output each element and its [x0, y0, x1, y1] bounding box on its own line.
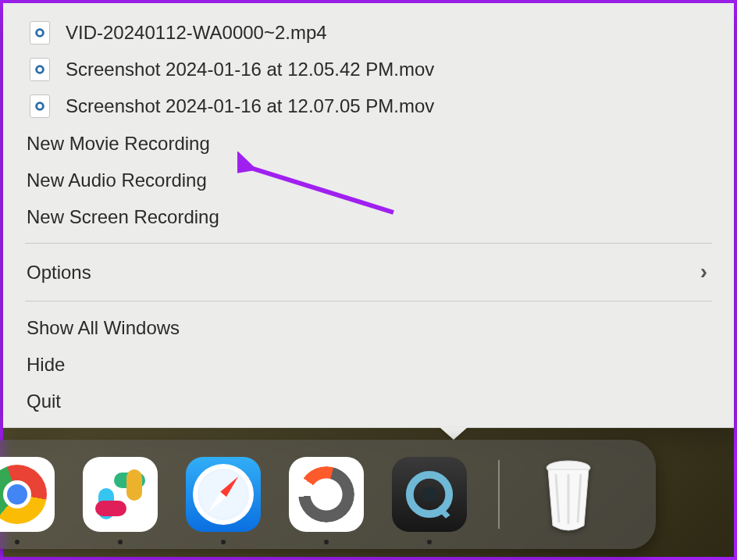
quit-item[interactable]: Quit — [3, 383, 734, 419]
options-submenu-item[interactable]: Options › — [3, 251, 734, 292]
running-indicator — [118, 540, 123, 544]
quicktime-file-icon — [30, 95, 50, 118]
dock-app-loader[interactable] — [289, 457, 364, 532]
safari-icon — [193, 464, 254, 525]
svg-point-3 — [37, 67, 42, 72]
running-indicator — [324, 540, 329, 544]
running-indicator — [427, 540, 432, 544]
slack-icon — [94, 468, 147, 521]
svg-point-1 — [37, 30, 42, 35]
menu-item-label: New Screen Recording — [27, 205, 219, 229]
file-name-label: Screenshot 2024-01-16 at 12.05.42 PM.mov — [66, 57, 434, 81]
show-all-windows-item[interactable]: Show All Windows — [3, 309, 734, 346]
dock-app-slack[interactable] — [83, 457, 158, 532]
file-name-label: Screenshot 2024-01-16 at 12.07.05 PM.mov — [66, 94, 434, 118]
dock-app-safari[interactable] — [186, 457, 261, 532]
menu-item-label: Show All Windows — [27, 316, 180, 340]
dock-app-quicktime[interactable] — [392, 457, 467, 532]
dock-context-menu: VID-20240112-WA0000~2.mp4 Screenshot 202… — [3, 3, 734, 428]
new-audio-recording-item[interactable]: New Audio Recording — [3, 162, 734, 198]
file-name-label: VID-20240112-WA0000~2.mp4 — [66, 20, 327, 45]
chevron-right-icon: › — [700, 258, 710, 286]
running-indicator — [221, 540, 226, 544]
menu-item-label: Options — [27, 260, 91, 284]
menu-separator — [25, 301, 712, 301]
menu-separator — [25, 243, 712, 244]
menu-item-label: New Audio Recording — [27, 168, 207, 192]
quicktime-file-icon — [30, 58, 50, 81]
svg-point-8 — [422, 487, 437, 502]
trash-icon — [537, 457, 600, 532]
new-movie-recording-item[interactable]: New Movie Recording — [3, 125, 734, 162]
chrome-icon — [0, 465, 47, 524]
quicktime-file-icon — [30, 21, 50, 45]
recent-file-item[interactable]: Screenshot 2024-01-16 at 12.07.05 PM.mov — [3, 87, 734, 124]
menu-item-label: New Movie Recording — [27, 131, 210, 155]
recent-file-item[interactable]: VID-20240112-WA0000~2.mp4 — [3, 14, 734, 51]
menu-item-label: Hide — [27, 352, 65, 376]
recent-file-item[interactable]: Screenshot 2024-01-16 at 12.05.42 PM.mov — [3, 51, 734, 87]
running-indicator — [15, 540, 20, 544]
dock-divider — [498, 460, 500, 529]
loader-ring-icon — [298, 466, 354, 523]
dock-app-chrome[interactable] — [0, 457, 55, 532]
quicktime-icon — [402, 467, 457, 522]
dock-trash[interactable] — [531, 457, 606, 532]
new-screen-recording-item[interactable]: New Screen Recording — [3, 198, 734, 235]
dock — [0, 440, 656, 549]
svg-point-5 — [37, 104, 42, 109]
menu-item-label: Quit — [27, 389, 61, 413]
hide-item[interactable]: Hide — [3, 346, 734, 383]
menu-pointer-arrow — [440, 427, 468, 440]
